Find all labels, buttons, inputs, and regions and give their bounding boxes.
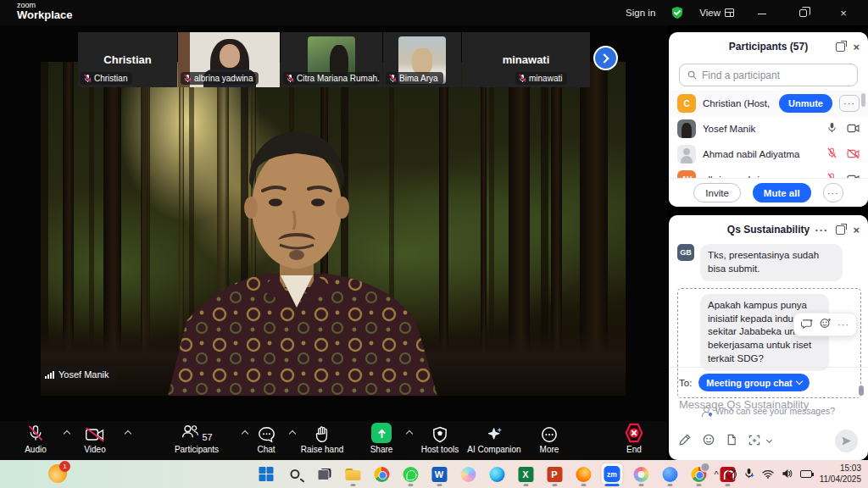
popout-icon[interactable] xyxy=(836,225,845,235)
recipient-select[interactable]: Meeting group chat xyxy=(698,374,809,391)
chat-input[interactable]: Message Qs Sustainability xyxy=(679,398,858,411)
screenshot-icon[interactable] xyxy=(748,434,760,449)
invite-button[interactable]: Invite xyxy=(693,183,741,202)
more-ellipsis-icon xyxy=(529,424,570,443)
participants-footer-more-button[interactable]: ··· xyxy=(823,183,843,202)
chat-button[interactable]: Chat xyxy=(244,424,288,454)
participants-icon xyxy=(181,424,199,443)
widgets-weather-icon[interactable]: 1 xyxy=(48,464,67,483)
host-tools-button[interactable]: Host tools xyxy=(414,424,466,454)
video-options-chevron[interactable] xyxy=(125,430,131,437)
participant-more-button[interactable]: ··· xyxy=(839,95,860,112)
quote-reply-icon[interactable] xyxy=(801,317,813,332)
meeting-toolbar: Audio Video 57 Participants Chat Raise h… xyxy=(0,421,667,460)
file-explorer-icon[interactable] xyxy=(342,463,363,485)
edge-icon[interactable] xyxy=(486,463,507,485)
more-button[interactable]: More xyxy=(529,424,570,454)
battery-icon[interactable] xyxy=(800,470,812,478)
minimize-button[interactable] xyxy=(749,7,775,19)
task-view-button[interactable] xyxy=(313,463,334,485)
muted-mic-icon xyxy=(519,74,526,83)
powerpoint-icon[interactable]: P xyxy=(543,463,565,485)
participant-row[interactable]: Yosef Manik xyxy=(669,116,868,141)
unmute-button[interactable]: Unmute xyxy=(779,94,832,113)
video-tile-minawati[interactable]: minawati minawati xyxy=(462,32,590,87)
file-attach-icon[interactable] xyxy=(726,434,737,449)
participant-row[interactable]: C Christian (Host, me) Unmute ··· xyxy=(669,91,868,116)
video-tile-bima[interactable]: Bima Arya xyxy=(383,32,461,87)
participants-panel: Participants (57) × Find a participant C… xyxy=(669,32,868,207)
tray-mic-icon[interactable] xyxy=(744,467,754,482)
share-options-chevron[interactable] xyxy=(406,430,413,437)
ai-companion-button[interactable]: AI Companion xyxy=(465,424,524,454)
raise-hand-button[interactable]: Raise hand xyxy=(293,424,351,454)
wifi-icon[interactable] xyxy=(762,467,774,482)
speaker-name: Yosef Manik xyxy=(58,369,109,380)
video-button[interactable]: Video xyxy=(71,424,119,454)
chat-panel-title: Qs Sustainability xyxy=(727,224,810,236)
title-bar: zoom Workplace Sign in View × xyxy=(0,0,868,25)
audio-options-chevron[interactable] xyxy=(64,430,70,437)
participant-row[interactable]: Ahmad nabil Adiyatma xyxy=(669,141,868,167)
sign-in-button[interactable]: Sign in xyxy=(626,8,655,18)
participants-button[interactable]: 57 Participants xyxy=(163,424,231,454)
translator-icon[interactable] xyxy=(659,463,680,485)
avatar xyxy=(677,119,696,138)
search-button[interactable] xyxy=(284,463,305,485)
filmstrip-next-button[interactable] xyxy=(593,46,618,70)
excel-icon[interactable]: X xyxy=(515,463,536,485)
participant-name: Christian (Host, me) xyxy=(703,98,772,108)
paint-icon[interactable] xyxy=(630,463,651,485)
chrome-profile-icon[interactable] xyxy=(687,463,709,485)
video-tile-citra[interactable]: Citra Mariana Rumah... xyxy=(281,32,382,87)
share-button[interactable]: Share xyxy=(359,424,403,454)
copilot-icon[interactable] xyxy=(457,463,478,485)
host-tools-shield-icon xyxy=(414,424,466,443)
whatsapp-icon[interactable] xyxy=(399,463,420,485)
search-placeholder: Find a participant xyxy=(702,69,780,81)
avatar xyxy=(677,145,696,164)
video-tile-christian[interactable]: Christian Christian xyxy=(78,32,177,87)
audio-button[interactable]: Audio xyxy=(12,424,59,454)
tray-show-hidden-chevron[interactable]: ^ xyxy=(715,469,719,480)
muted-mic-icon xyxy=(184,74,192,83)
notification-badge: 1 xyxy=(59,461,70,472)
participants-scrollbar[interactable] xyxy=(861,93,865,107)
chrome-icon[interactable] xyxy=(370,463,392,485)
emoji-icon[interactable] xyxy=(703,434,715,449)
do-not-disturb-icon[interactable] xyxy=(726,469,737,480)
end-meeting-button[interactable]: End xyxy=(612,424,656,454)
add-reaction-icon[interactable] xyxy=(820,317,831,332)
view-button[interactable]: View xyxy=(699,8,734,18)
format-icon[interactable] xyxy=(679,434,691,449)
tray-time: 15:03 xyxy=(820,463,861,474)
camera-on-icon xyxy=(847,121,860,136)
chat-message[interactable]: GB Tks, presentasinya sudah bisa submit. xyxy=(669,241,868,281)
close-button[interactable]: × xyxy=(831,7,856,19)
firefox-icon[interactable] xyxy=(572,463,593,485)
start-button[interactable] xyxy=(255,463,276,485)
screenshot-options-chevron[interactable] xyxy=(766,437,772,443)
message-more-icon[interactable]: ··· xyxy=(837,319,849,330)
zoom-app-icon[interactable]: zm xyxy=(601,463,622,485)
send-button[interactable] xyxy=(835,430,858,452)
restore-button[interactable] xyxy=(790,7,815,19)
tray-clock[interactable]: 15:03 11/04/2025 xyxy=(820,463,861,485)
muted-mic-icon xyxy=(287,74,294,83)
mic-muted-icon xyxy=(12,424,59,443)
tile-name-label: Christian xyxy=(94,74,127,83)
close-panel-icon[interactable]: × xyxy=(853,42,860,53)
main-speaker-video[interactable]: Yosef Manik xyxy=(41,62,626,396)
word-icon[interactable]: W xyxy=(428,463,449,485)
end-meeting-icon xyxy=(623,423,645,443)
chat-menu-icon[interactable]: ··· xyxy=(815,225,828,236)
popout-icon[interactable] xyxy=(836,42,845,52)
close-panel-icon[interactable]: × xyxy=(853,225,860,236)
zoom-workplace-logo: zoom Workplace xyxy=(17,2,73,21)
volume-icon[interactable] xyxy=(782,467,793,482)
mic-muted-icon xyxy=(827,147,837,162)
security-shield-icon[interactable] xyxy=(670,6,684,19)
mute-all-button[interactable]: Mute all xyxy=(753,183,811,202)
participant-search-input[interactable]: Find a participant xyxy=(679,64,858,86)
video-tile-albrina[interactable]: albrina yadwina xyxy=(178,32,280,87)
